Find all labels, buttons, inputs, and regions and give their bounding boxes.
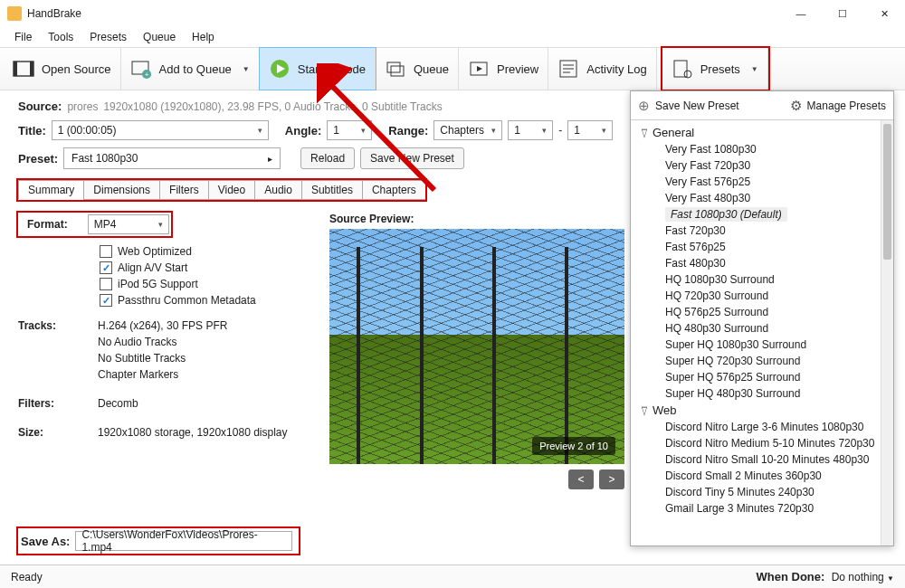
maximize-button[interactable]: ☐ bbox=[822, 0, 863, 27]
filters-value: Decomb bbox=[98, 397, 138, 410]
preset-item[interactable]: HQ 720p30 Surround bbox=[640, 288, 893, 304]
activity-log-button[interactable]: Activity Log bbox=[548, 48, 656, 90]
preset-group[interactable]: ▽General bbox=[640, 124, 893, 141]
preset-item[interactable]: Discord Nitro Small 10-20 Minutes 480p30 bbox=[640, 451, 893, 468]
preset-item[interactable]: Super HQ 720p30 Surround bbox=[640, 353, 893, 369]
svg-rect-2 bbox=[30, 62, 33, 76]
activity-log-label: Activity Log bbox=[586, 62, 646, 76]
play-icon bbox=[269, 58, 291, 80]
preset-item[interactable]: Discord Small 2 Minutes 360p30 bbox=[640, 468, 893, 484]
presets-button[interactable]: Presets ▼ bbox=[662, 48, 768, 90]
preset-item[interactable]: Super HQ 576p25 Surround bbox=[640, 369, 893, 385]
angle-label: Angle: bbox=[285, 124, 321, 138]
menu-tools[interactable]: Tools bbox=[41, 29, 81, 45]
log-icon bbox=[557, 58, 579, 80]
preset-select[interactable]: Fast 1080p30 bbox=[63, 147, 281, 169]
range-to-select[interactable]: 1 bbox=[567, 120, 613, 140]
presets-icon bbox=[672, 58, 693, 80]
save-new-preset-panel-button[interactable]: ⊕ Save New Preset bbox=[638, 98, 739, 114]
add-to-queue-label: Add to Queue bbox=[159, 62, 232, 76]
chevron-down-icon[interactable]: ▼ bbox=[243, 65, 250, 73]
preset-item[interactable]: Super HQ 1080p30 Surround bbox=[640, 337, 893, 353]
scroll-thumb[interactable] bbox=[883, 124, 891, 260]
menu-help[interactable]: Help bbox=[185, 29, 222, 45]
close-button[interactable]: ✕ bbox=[863, 0, 905, 27]
queue-button[interactable]: Queue bbox=[376, 48, 459, 90]
save-as-input[interactable]: C:\Users\WonderFox\Videos\Prores-1.mp4 bbox=[75, 531, 292, 551]
angle-select[interactable]: 1 bbox=[327, 120, 372, 140]
preset-item[interactable]: HQ 576p25 Surround bbox=[640, 304, 893, 320]
titlebar: HandBrake — ☐ ✕ bbox=[0, 0, 905, 27]
preset-group[interactable]: ▽Web bbox=[640, 402, 893, 419]
menu-file[interactable]: File bbox=[7, 29, 39, 45]
presets-panel: ⊕ Save New Preset ⚙ Manage Presets ▽Gene… bbox=[630, 90, 894, 546]
align-av-checkbox[interactable]: ✓Align A/V Start bbox=[100, 261, 311, 274]
queue-icon bbox=[385, 58, 406, 80]
title-label: Title: bbox=[18, 124, 46, 138]
preset-item[interactable]: Fast 480p30 bbox=[640, 255, 893, 271]
add-to-queue-button[interactable]: + Add to Queue ▼ bbox=[121, 48, 260, 90]
preview-icon bbox=[468, 58, 490, 80]
presets-scrollbar[interactable] bbox=[881, 120, 893, 545]
minimize-button[interactable]: — bbox=[780, 0, 822, 27]
reload-button[interactable]: Reload bbox=[300, 147, 355, 169]
tab-dimensions[interactable]: Dimensions bbox=[83, 180, 160, 200]
range-from-select[interactable]: 1 bbox=[508, 120, 553, 140]
ipod-checkbox[interactable]: iPod 5G Support bbox=[100, 278, 311, 290]
preset-item[interactable]: Discord Nitro Medium 5-10 Minutes 720p30 bbox=[640, 435, 893, 451]
web-optimized-checkbox[interactable]: Web Optimized bbox=[100, 245, 311, 258]
format-select[interactable]: MP4 bbox=[88, 214, 169, 234]
preset-item[interactable]: Fast 720p30 bbox=[640, 223, 893, 239]
tabs: Summary Dimensions Filters Video Audio S… bbox=[18, 180, 425, 200]
size-value: 1920x1080 storage, 1920x1080 display bbox=[98, 426, 288, 439]
passthru-checkbox[interactable]: ✓Passthru Common Metadata bbox=[100, 294, 311, 307]
preset-item[interactable]: Fast 1080p30 (Default) bbox=[640, 206, 893, 223]
preset-label: Preset: bbox=[18, 152, 58, 166]
preset-item[interactable]: Discord Tiny 5 Minutes 240p30 bbox=[640, 484, 893, 500]
preset-item[interactable]: HQ 480p30 Surround bbox=[640, 320, 893, 337]
preset-item[interactable]: Fast 576p25 bbox=[640, 239, 893, 255]
film-icon bbox=[13, 58, 34, 80]
title-select[interactable]: 1 (00:00:05) bbox=[52, 120, 269, 140]
preset-item[interactable]: Very Fast 1080p30 bbox=[640, 141, 893, 157]
gear-icon: ⚙ bbox=[790, 98, 802, 114]
tab-video[interactable]: Video bbox=[208, 180, 255, 200]
menu-presets[interactable]: Presets bbox=[82, 29, 134, 45]
preset-item[interactable]: Discord Nitro Large 3-6 Minutes 1080p30 bbox=[640, 419, 893, 435]
when-done-select[interactable]: Do nothing ▼ bbox=[832, 571, 894, 583]
start-encode-label: Start Encode bbox=[298, 62, 366, 76]
tab-chapters[interactable]: Chapters bbox=[362, 180, 426, 200]
open-source-label: Open Source bbox=[42, 62, 111, 76]
tab-summary[interactable]: Summary bbox=[18, 180, 84, 200]
range-type-select[interactable]: Chapters bbox=[433, 120, 502, 140]
preset-item[interactable]: Gmail Large 3 Minutes 720p30 bbox=[640, 500, 893, 517]
svg-text:+: + bbox=[144, 71, 148, 79]
preset-item[interactable]: Very Fast 480p30 bbox=[640, 190, 893, 206]
preset-item[interactable]: Super HQ 480p30 Surround bbox=[640, 385, 893, 402]
preview-next-button[interactable]: > bbox=[599, 469, 624, 489]
app-icon bbox=[7, 6, 22, 21]
tab-subtitles[interactable]: Subtitles bbox=[301, 180, 363, 200]
start-encode-button[interactable]: Start Encode bbox=[260, 48, 376, 90]
queue-label: Queue bbox=[414, 62, 449, 76]
preset-item[interactable]: HQ 1080p30 Surround bbox=[640, 271, 893, 288]
format-label: Format: bbox=[20, 214, 75, 234]
preview-counter: Preview 2 of 10 bbox=[532, 437, 615, 455]
status-text: Ready bbox=[11, 571, 43, 583]
tracks-lines: H.264 (x264), 30 FPS PFR No Audio Tracks… bbox=[98, 319, 227, 384]
save-new-preset-button[interactable]: Save New Preset bbox=[360, 147, 464, 169]
chevron-down-icon[interactable]: ▼ bbox=[751, 65, 758, 73]
open-source-button[interactable]: Open Source bbox=[4, 48, 121, 90]
svg-rect-16 bbox=[674, 61, 687, 77]
toolbar: Open Source + Add to Queue ▼ Start Encod… bbox=[0, 47, 905, 90]
source-label: Source: bbox=[18, 100, 62, 113]
tab-filters[interactable]: Filters bbox=[159, 180, 209, 200]
menu-queue[interactable]: Queue bbox=[136, 29, 183, 45]
preview-prev-button[interactable]: < bbox=[568, 469, 594, 489]
tab-audio[interactable]: Audio bbox=[254, 180, 302, 200]
preset-item[interactable]: Very Fast 720p30 bbox=[640, 157, 893, 174]
manage-presets-button[interactable]: ⚙ Manage Presets bbox=[790, 98, 886, 114]
when-done-label: When Done: bbox=[757, 570, 825, 583]
preset-item[interactable]: Very Fast 576p25 bbox=[640, 174, 893, 190]
preview-button[interactable]: Preview bbox=[459, 48, 548, 90]
